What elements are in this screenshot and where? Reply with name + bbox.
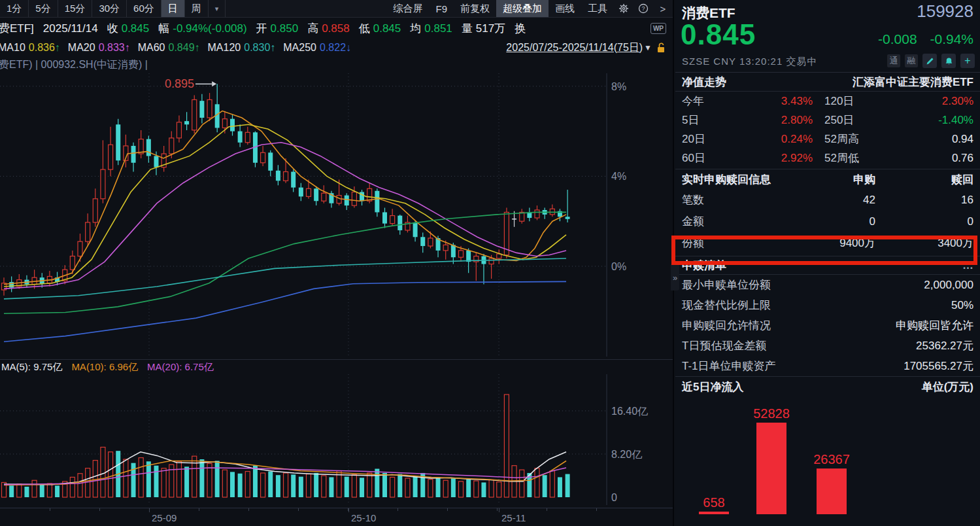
volume-chart[interactable]: 16.40亿8.20亿0 [0, 374, 673, 505]
toolbar-button-画线[interactable]: 画线 [549, 0, 581, 17]
avg-label: 均 [410, 21, 421, 36]
x-axis-minor-tick [397, 508, 398, 511]
chart-pane: 1分5分15分30分60分日周 ▾ 综合屏F9前复权超级叠加画线工具 ? > 费… [0, 0, 674, 526]
period-tab-5分[interactable]: 5分 [29, 0, 58, 17]
x-axis-label-25-11: 25-11 [501, 512, 526, 523]
more-ellipsis[interactable]: … [962, 259, 973, 272]
toolbar-button-F9[interactable]: F9 [429, 0, 454, 17]
high-value: 0.858 [322, 22, 350, 35]
wp-doc-icon[interactable]: WP [651, 23, 666, 34]
period-toolbar: 1分5分15分30分60分日周 ▾ 综合屏F9前复权超级叠加画线工具 ? > [0, 0, 673, 18]
panel-collapse-chevron[interactable]: » [671, 264, 679, 290]
stock-code: 159928 [917, 1, 973, 22]
x-axis-minor-tick [248, 508, 249, 511]
x-axis-minor-tick [596, 508, 597, 511]
x-axis-minor-tick [50, 508, 50, 511]
x-axis-minor-tick [298, 508, 299, 511]
candlestick-chart[interactable]: 8%4%0%0.895 [0, 73, 673, 357]
avg-value: 0.851 [424, 22, 452, 35]
edit-pencil-icon[interactable] [922, 54, 937, 68]
volume-ma-legend-item: MA(10): 6.96亿 [71, 361, 138, 374]
unlock-icon[interactable] [656, 42, 666, 54]
turnover-label: 换 [515, 21, 526, 36]
toolbar-buttons: 综合屏F9前复权超级叠加画线工具 [386, 0, 614, 17]
stock-status-line: SZSE CNY 13:20:21 交易中 [682, 56, 817, 68]
list-row-申购赎回允许情况: 申购赎回允许情况申购赎回皆允许 [675, 315, 980, 336]
list-row-T-1日单位申赎资产: T-1日单位申赎资产1705565.27元 [675, 356, 980, 376]
x-axis-minor-tick [199, 508, 199, 511]
stock-header: 消费ETF 159928 0.845 -0.008 -0.94% SZSE CN… [675, 0, 980, 73]
expand-arrow-icon[interactable]: > [653, 0, 673, 17]
toolbar-button-超级叠加[interactable]: 超级叠加 [496, 0, 549, 17]
inflow-unit: 单位(万元) [922, 379, 973, 394]
x-axis-minor-tick [99, 508, 100, 511]
subscription-row-笔数: 笔数4216 [675, 189, 980, 211]
open-value: 0.850 [271, 22, 299, 35]
svg-text:0.895: 0.895 [165, 77, 194, 90]
low-value: 0.845 [373, 22, 401, 35]
chart-subtitle: 费ETF) | 000932.SH(中证消费) | [0, 56, 673, 73]
volume-label: 量 [462, 21, 473, 36]
quote-date: 2025/11/14 [43, 22, 98, 35]
svg-text:4%: 4% [611, 171, 626, 182]
ma-legend-MA60: MA600.849↑ [138, 42, 200, 54]
volume-value: 517万 [476, 21, 505, 36]
subscription-table: 笔数4216金额00份额9400万3400万 [675, 189, 980, 254]
period-tab-30分[interactable]: 30分 [92, 0, 127, 17]
performance-row: 20日0.24%52周高0.94 [675, 130, 980, 149]
inflow-title: 近5日净流入 [682, 379, 743, 394]
list-title: 申赎清单 [682, 258, 726, 273]
svg-text:?: ? [641, 5, 645, 12]
subscription-section-header: 实时申购赎回信息 申购 赎回 [675, 169, 980, 189]
toolbar-button-综合屏[interactable]: 综合屏 [386, 0, 429, 17]
x-axis: 25-0925-1025-11 [0, 508, 673, 526]
toolbar-button-前复权[interactable]: 前复权 [454, 0, 496, 17]
settings-gear-icon[interactable] [614, 0, 634, 17]
date-range-caret-icon[interactable]: ▼ [644, 43, 652, 52]
period-dropdown-caret[interactable]: ▾ [209, 0, 226, 17]
info-panel: 消费ETF 159928 0.845 -0.008 -0.94% SZSE CN… [675, 0, 980, 526]
svg-text:8%: 8% [611, 81, 626, 92]
margin-badge-rong: 融 [905, 54, 918, 67]
period-tab-60分[interactable]: 60分 [127, 0, 161, 17]
svg-text:0%: 0% [611, 261, 626, 272]
period-tab-日[interactable]: 日 [161, 0, 185, 17]
ma-legend-MA120: MA1200.830↑ [208, 42, 276, 54]
x-axis-minor-tick [447, 508, 448, 511]
x-axis-tick [348, 508, 349, 512]
quote-summary-row: 费ETF] 2025/11/14 收0.845 幅-0.94%(-0.008) … [0, 18, 673, 39]
add-watchlist-icon[interactable]: + [960, 54, 975, 68]
toolbar-button-工具[interactable]: 工具 [581, 0, 614, 17]
alert-bell-icon[interactable] [941, 54, 956, 68]
header-icons: 通 融 + [887, 54, 975, 68]
fund-name: 汇添富中证主要消费ETF [853, 75, 973, 90]
period-tab-1分[interactable]: 1分 [0, 0, 29, 17]
performance-table: 今年3.43%120日2.30%5日2.80%250日-1.40%20日0.24… [675, 92, 980, 167]
performance-row: 60日2.92%52周低0.76 [675, 149, 980, 167]
list-row-T日预估现金差额: T日预估现金差额25362.27元 [675, 336, 980, 356]
period-tab-15分[interactable]: 15分 [58, 0, 93, 17]
svg-text:8.20亿: 8.20亿 [611, 449, 642, 460]
volume-ma-legend-item: MA(5): 9.75亿 [1, 361, 62, 374]
date-range-selector[interactable]: 2025/07/25-2025/11/14(75日) [506, 41, 643, 55]
list-section-header: 申赎清单 … [675, 256, 980, 275]
nav-section-header: 净值走势 汇添富中证主要消费ETF [675, 73, 980, 92]
margin-badge-tong: 通 [887, 54, 900, 67]
net-inflow-bar-chart: 6585282826367 [675, 396, 980, 514]
volume-ma-legend: MA(5): 9.75亿MA(10): 6.96亿MA(20): 6.75亿 [0, 359, 673, 374]
x-axis-minor-tick [497, 508, 498, 511]
inflow-section-header: 近5日净流入 单位(万元) [675, 376, 980, 396]
svg-text:26367: 26367 [813, 452, 850, 466]
period-tab-周[interactable]: 周 [185, 0, 209, 17]
col-subscribe: 申购 [797, 172, 875, 187]
ma-legend-items: MA100.836↑MA200.833↑MA600.849↑MA1200.830… [0, 42, 359, 54]
performance-row: 今年3.43%120日2.30% [675, 92, 980, 111]
period-tabs: 1分5分15分30分60分日周 [0, 0, 209, 17]
close-value: 0.845 [122, 22, 150, 35]
change-value: -0.008 [878, 31, 917, 46]
list-row-现金替代比例上限: 现金替代比例上限50% [675, 295, 980, 315]
subscription-title: 实时申购赎回信息 [682, 172, 797, 187]
svg-text:658: 658 [703, 495, 724, 510]
svg-text:52828: 52828 [753, 406, 790, 421]
help-icon[interactable]: ? [634, 0, 653, 17]
